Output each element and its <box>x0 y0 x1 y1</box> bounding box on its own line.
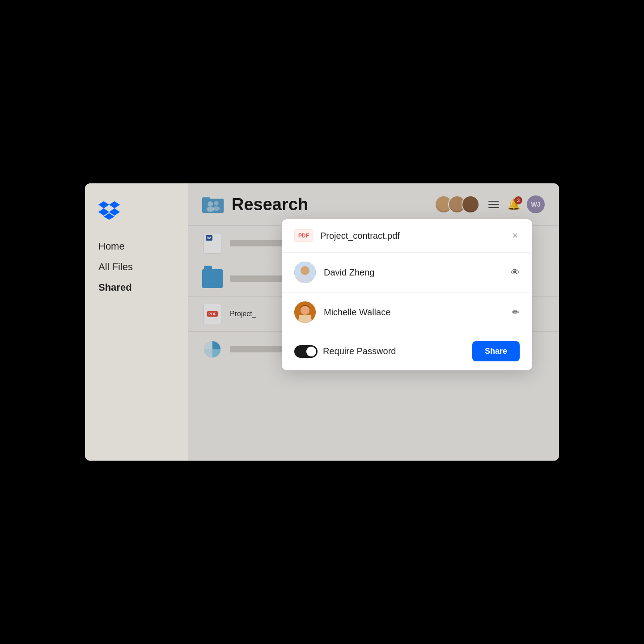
require-password-label: Require Password <box>323 346 396 356</box>
sidebar-item-shared[interactable]: Shared <box>98 277 174 298</box>
require-password-toggle[interactable] <box>294 345 318 358</box>
toggle-knob <box>306 347 316 356</box>
edit-permission-icon[interactable]: ✏ <box>512 307 520 318</box>
share-button[interactable]: Share <box>472 341 520 361</box>
modal-header: PDF Project_contract.pdf × <box>282 219 532 253</box>
svg-marker-1 <box>109 201 120 208</box>
user-name-david: David Zheng <box>324 267 503 278</box>
sidebar: Home All Files Shared <box>85 183 188 461</box>
view-permission-icon[interactable]: 👁 <box>511 267 520 278</box>
sidebar-navigation: Home All Files Shared <box>98 236 174 298</box>
modal-overlay: PDF Project_contract.pdf × <box>188 183 559 461</box>
svg-point-15 <box>301 266 309 275</box>
avatar-david <box>294 262 316 283</box>
svg-rect-16 <box>299 275 311 283</box>
dropbox-logo <box>98 201 120 220</box>
svg-rect-20 <box>299 315 311 323</box>
modal-close-button[interactable]: × <box>510 229 520 242</box>
main-content: Research 🔔 3 WJ <box>188 183 559 461</box>
user-name-michelle: Michelle Wallace <box>324 307 504 318</box>
svg-marker-0 <box>98 201 109 208</box>
require-password-toggle-container: Require Password <box>294 345 396 358</box>
modal-user-row-david: David Zheng 👁 <box>282 253 532 292</box>
modal-filename: Project_contract.pdf <box>320 231 503 241</box>
modal-pdf-icon: PDF <box>294 229 313 242</box>
avatar-michelle <box>294 301 316 323</box>
sidebar-item-all-files[interactable]: All Files <box>98 257 174 277</box>
svg-point-18 <box>301 306 309 315</box>
modal-footer: Require Password Share <box>282 332 532 370</box>
sidebar-item-home[interactable]: Home <box>98 236 174 257</box>
modal-user-row-michelle: Michelle Wallace ✏ <box>282 292 532 332</box>
share-modal: PDF Project_contract.pdf × <box>282 219 532 370</box>
